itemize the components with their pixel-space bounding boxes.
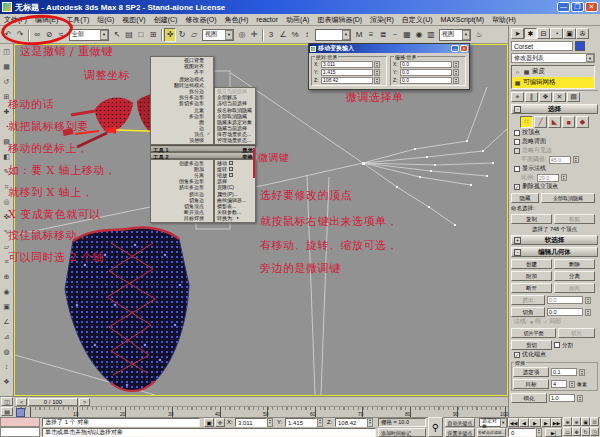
select-and-rotate-icon[interactable]: ↻ <box>176 28 188 42</box>
time-slider-handle[interactable]: 0 / 100 <box>28 398 78 406</box>
menu-item[interactable]: 组(G) <box>93 15 118 25</box>
turn-button[interactable]: 改向 <box>554 283 595 293</box>
tessellate-spinner[interactable]: ▲▼ <box>577 395 583 402</box>
quad-menu-item[interactable]: 管理场景状态... <box>215 137 255 143</box>
menu-item[interactable]: 图表编辑器(D) <box>313 15 366 25</box>
off-y-spinner[interactable]: ▲▼ <box>453 69 459 76</box>
select-and-scale-icon[interactable]: ▱ <box>188 28 200 42</box>
add-time-tag-button[interactable]: 添加时间标记 <box>378 428 426 437</box>
show-end-result-icon[interactable]: ∥ <box>525 92 538 102</box>
slice-button[interactable]: 切片 <box>558 328 595 338</box>
make-unique-icon[interactable]: ❖ <box>539 92 552 102</box>
menu-item[interactable]: 动画(A) <box>282 15 313 25</box>
zoom-region-icon[interactable]: ▭ <box>563 427 572 436</box>
play-button[interactable]: ▶ <box>529 418 541 427</box>
weld-selected-button[interactable]: 选定项 <box>513 367 549 377</box>
quad-item-settings-box[interactable] <box>229 161 233 165</box>
use-pivot-center-icon[interactable]: ◎ <box>236 28 248 42</box>
selection-filter-dropdown[interactable]: 全部▼ <box>69 29 109 41</box>
object-color-swatch[interactable] <box>575 41 585 51</box>
set-key-button[interactable]: 设置关键点 <box>445 428 475 437</box>
snap-toggle-icon[interactable]: 3 <box>265 28 277 42</box>
mini-toolbar-icon[interactable]: ▤ <box>1 407 13 416</box>
weld-selected-field[interactable]: 0.1 <box>551 368 577 376</box>
collapse-icon[interactable]: - <box>514 249 521 256</box>
attach-button[interactable]: 附加 <box>511 271 552 281</box>
mini-listener-script[interactable] <box>0 427 40 437</box>
normals-scale-field[interactable]: 20.0 <box>537 174 559 182</box>
quad-menu-item[interactable]: 顶层级 <box>151 137 213 143</box>
weld-target-spinner[interactable]: ▲▼ <box>569 381 575 388</box>
zoom-all-icon[interactable]: ⊛ <box>572 417 581 426</box>
select-object-icon[interactable]: ↖ <box>111 28 123 42</box>
chamfer-spinner[interactable]: ▲▼ <box>585 309 591 316</box>
maximize-button[interactable]: ❐ <box>571 2 584 12</box>
collapse-icon[interactable]: - <box>514 106 521 113</box>
menu-item[interactable]: 修改器(O) <box>181 15 220 25</box>
weld-target-field[interactable]: 4 <box>551 380 567 388</box>
abs-y-field[interactable]: 1.415 <box>321 69 373 76</box>
break-button[interactable]: 断开 <box>511 283 552 293</box>
edge-subobject-icon[interactable]: ╱ <box>534 116 547 128</box>
tab-hierarchy-icon[interactable]: ⊟ <box>537 28 550 39</box>
left-toolbar-icon[interactable]: ▦ <box>1 59 13 74</box>
menu-item[interactable]: 角色(H) <box>221 15 253 25</box>
delete-isolated-vertices-checkbox[interactable]: ✓删除孤立顶点 <box>511 182 598 191</box>
key-selection-filter-dropdown[interactable]: 选定对象▼ <box>479 418 508 427</box>
dropdown-arrow-icon[interactable]: ▼ <box>225 30 233 40</box>
dropdown-arrow-icon[interactable]: ▼ <box>462 30 470 40</box>
pan-view-icon[interactable]: ✥ <box>572 427 581 436</box>
quad-item-settings-box[interactable] <box>229 167 233 171</box>
menu-item[interactable]: 视图(V) <box>118 15 149 25</box>
track-bar[interactable]: 10 20 30 40 50 60 70 80 90 100 <box>14 406 508 417</box>
chamfer-button[interactable]: 切角 <box>511 307 545 317</box>
normal-group-radio[interactable]: ● <box>530 319 534 325</box>
move-transform-type-in-dialog[interactable]: 移动变换输入 — ✕ 绝对:世界 X:3.011▲▼ Y:1.415▲▼ Z:1… <box>308 43 470 90</box>
zoom-extents-icon[interactable]: ▣ <box>581 417 590 426</box>
abs-z-field[interactable]: 108.42 <box>321 77 373 84</box>
zoom-viewport-icon[interactable]: ⊕ <box>563 417 572 426</box>
split-checkbox[interactable] <box>554 342 560 348</box>
selection-lock-icon[interactable]: ▣ <box>204 418 214 427</box>
soft-selection-rollout-header[interactable]: +软选择 <box>511 235 598 245</box>
hide-button[interactable]: 隐藏 <box>511 193 539 203</box>
next-frame-arrow[interactable]: > <box>79 398 90 406</box>
vertex-subobject-icon[interactable]: ∷ <box>520 116 533 128</box>
object-name-field[interactable]: Corset <box>511 41 573 51</box>
window-crossing-icon[interactable]: ⊞ <box>147 28 159 42</box>
dropdown-arrow-icon[interactable]: ▼ <box>342 30 350 40</box>
left-toolbar-icon[interactable]: ◉ <box>1 284 13 299</box>
selection-rollout-header[interactable]: -选择 <box>511 104 598 114</box>
off-x-field[interactable]: 0.0 <box>400 61 452 68</box>
element-subobject-icon[interactable]: ◆ <box>576 116 589 128</box>
render-scene-icon[interactable]: ▥ <box>425 28 437 42</box>
stack-item-editable-mesh[interactable]: ▦可编辑网格 <box>512 77 594 88</box>
quick-render-icon[interactable]: ♨ <box>473 28 485 42</box>
off-z-spinner[interactable]: ▲▼ <box>453 77 459 84</box>
go-to-end-button[interactable]: ▶▶ <box>551 418 562 427</box>
expand-icon[interactable]: + <box>514 237 521 244</box>
auto-key-button[interactable]: 自动关键点 <box>445 418 475 427</box>
abs-x-field[interactable]: 3.011 <box>321 61 373 68</box>
go-to-end-key-button[interactable]: ▶| <box>545 428 562 437</box>
y-coord-field[interactable]: 1.415 <box>285 418 317 427</box>
off-y-field[interactable]: 0.0 <box>400 69 452 76</box>
dialog-title-bar[interactable]: 移动变换输入 — ✕ <box>309 44 469 53</box>
current-frame-field[interactable]: 0 <box>508 428 536 437</box>
copy-button[interactable]: 复制 <box>511 214 552 224</box>
render-type-dropdown[interactable]: 视图▼ <box>439 29 471 41</box>
planar-threshold-field[interactable]: 45.0 <box>549 156 571 164</box>
previous-frame-arrow[interactable]: < <box>16 398 27 406</box>
dialog-close-button[interactable]: ✕ <box>460 45 468 52</box>
unhide-all-button[interactable]: 全部取消隐藏 <box>541 193 595 203</box>
tab-motion-icon[interactable]: ◔ <box>550 28 563 39</box>
left-toolbar-icon[interactable]: ⊿ <box>1 329 13 344</box>
by-vertex-checkbox[interactable]: 按顶点 <box>511 128 598 137</box>
left-toolbar-icon[interactable]: ◫ <box>1 44 13 59</box>
set-key-toggle-button[interactable]: ⚲ <box>428 417 443 437</box>
mirror-icon[interactable]: M <box>353 28 365 42</box>
tab-utilities-icon[interactable]: ✇ <box>576 28 589 39</box>
normals-scale-spinner[interactable]: ▲▼ <box>561 174 567 181</box>
remove-modifier-icon[interactable]: ✕ <box>553 92 566 102</box>
quad-menu-item[interactable]: 目标焊接 <box>151 215 213 221</box>
